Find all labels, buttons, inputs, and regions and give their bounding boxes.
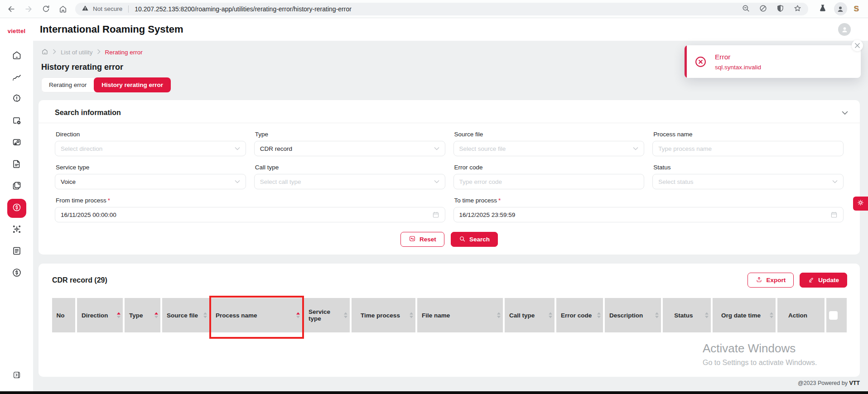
column-header-org-date-time[interactable]: Org date time [713,298,776,332]
star-icon[interactable] [793,4,802,14]
back-icon[interactable] [6,4,16,14]
field-label: Call type [255,164,445,171]
sidebar-item-reports[interactable] [6,67,27,89]
home-button-icon[interactable] [58,4,68,14]
table-header-row: No Direction Type Source file Process na… [52,298,847,332]
breadcrumb-home-icon[interactable] [41,48,48,57]
column-header-error-code[interactable]: Error code [556,298,603,332]
field-label: Direction [56,131,246,138]
extension-s-icon[interactable]: S [854,5,859,14]
chevron-down-icon [832,180,838,183]
app-header: International Roaming System [33,18,868,41]
search-panel-title: Search information [55,109,121,117]
source-file-select[interactable]: Select source file [453,141,645,156]
sort-icons [296,312,300,318]
column-header-file-name[interactable]: File name [417,298,503,332]
reset-button[interactable]: Reset [400,232,444,247]
app-title: International Roaming System [40,24,183,35]
process-name-input[interactable]: Type process name [652,141,844,156]
field-label: Status [653,164,844,171]
field-label: Type [255,131,445,138]
reload-icon[interactable] [41,4,51,14]
service-type-field: Service type Voice [55,164,246,189]
sidebar-item-documents[interactable] [6,154,27,176]
sidebar-item-network[interactable] [6,219,27,241]
forward-icon[interactable] [24,4,34,14]
field-label: Source file [454,131,645,138]
service-type-select[interactable]: Voice [55,174,246,189]
sidebar-item-home[interactable] [6,45,27,67]
edit-pencil-icon [808,276,815,284]
field-label: From time process [56,197,106,204]
results-title: CDR record (29) [52,276,107,284]
shield-icon[interactable] [776,4,785,14]
chip-settings-icon [11,115,22,128]
sidebar-item-files[interactable] [6,176,27,197]
sidebar-collapse-button[interactable] [6,365,27,387]
address-bar-actions [742,4,802,14]
tab-rerating-error[interactable]: Rerating error [41,77,98,92]
tab-history-rerating-error[interactable]: History rerating error [94,77,171,92]
address-separator [128,5,129,13]
sidebar-item-billing[interactable] [7,199,26,218]
media-refresh-icon [11,137,22,149]
chevron-down-icon [235,147,240,150]
error-code-input[interactable]: Type error code [453,174,645,189]
column-header-type[interactable]: Type [125,298,160,332]
column-header-source-file[interactable]: Source file [162,298,209,332]
tab-bar: Rerating error History rerating error [41,77,860,92]
floating-settings-button[interactable] [853,197,868,211]
blocked-icon[interactable] [759,4,767,14]
toast-close-icon[interactable] [852,40,863,51]
footer: @2023 Powered by VTT [39,380,860,386]
column-header-action: Action [777,298,825,332]
viettel-logo: viettel [8,28,26,34]
status-select[interactable]: Select status [652,174,844,189]
zoom-out-icon[interactable] [742,4,750,14]
column-header-no: No [52,298,75,332]
calendar-icon[interactable] [830,211,838,218]
chevron-down-icon [434,180,439,183]
sort-icons [410,312,413,318]
direction-select[interactable]: Select direction [55,141,246,156]
source-file-field: Source file Select source file [453,131,645,156]
sidebar-item-alerts[interactable] [6,89,27,111]
sidebar-item-finance[interactable] [6,263,27,284]
toast-accent-bar [685,45,687,78]
column-header-process-name[interactable]: Process name [211,298,302,332]
call-type-select[interactable]: Select call type [254,174,445,189]
breadcrumb-current: Rerating error [105,49,143,56]
sidebar-item-processing[interactable] [6,111,27,132]
column-header-service-type[interactable]: Service type [304,298,350,332]
column-header-direction[interactable]: Direction [77,298,123,332]
taskbar-edge [0,391,868,394]
panel-collapse-icon[interactable] [842,109,848,117]
calendar-icon[interactable] [432,211,439,218]
sidebar-item-media[interactable] [6,132,27,154]
update-button[interactable]: Update [800,273,847,288]
sort-icons [117,312,121,318]
to-time-input[interactable]: 16/12/2025 23:59:59 [453,207,844,222]
search-button[interactable]: Search [451,232,498,247]
call-type-field: Call type Select call type [254,164,445,189]
user-avatar[interactable] [838,23,851,36]
toast-message: sql.syntax.invalid [715,64,761,71]
type-select[interactable]: CDR record [254,141,445,156]
flask-icon[interactable] [818,4,827,14]
from-time-input[interactable]: 16/11/2025 00:00:00 [55,207,445,222]
breadcrumb-item[interactable]: List of utility [61,49,93,56]
sort-icons [770,312,773,318]
column-header-time-process[interactable]: Time process [352,298,415,332]
chevron-down-icon [434,147,439,150]
column-header-call-type[interactable]: Call type [505,298,555,332]
profile-icon[interactable] [834,2,847,15]
column-header-description[interactable]: Description [605,298,661,332]
status-field: Status Select status [652,164,844,189]
export-button[interactable]: Export [747,273,794,288]
address-bar[interactable]: Not secure 10.207.252.135:8200/roaming-a… [75,3,808,15]
browser-toolbar: Not secure 10.207.252.135:8200/roaming-a… [0,0,868,18]
column-header-status[interactable]: Status [663,298,711,332]
sidebar-item-logs[interactable] [6,241,27,263]
security-label: Not secure [93,5,122,12]
select-all-checkbox[interactable] [829,311,838,320]
